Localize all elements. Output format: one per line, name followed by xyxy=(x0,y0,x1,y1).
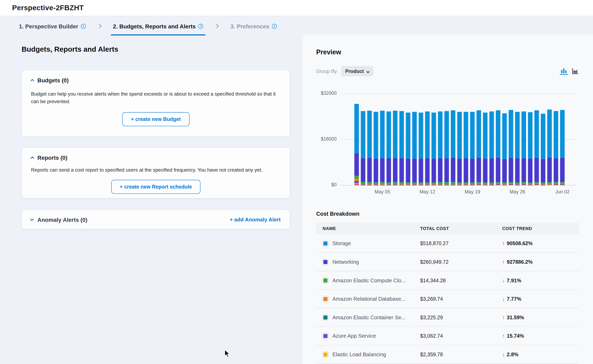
table-row[interactable]: Networking$260,949.72↑927886.2% xyxy=(316,253,579,271)
chart-bar-jun-01[interactable] xyxy=(554,94,559,185)
bar-segment-amazon-elastic-compute-cloud xyxy=(496,182,500,184)
bar-segment-amazon-elastic-compute-cloud xyxy=(386,182,391,184)
row-name[interactable]: Networking xyxy=(333,259,420,265)
chevron-right-icon xyxy=(215,24,219,28)
row-name[interactable]: Storage xyxy=(333,240,420,246)
info-icon[interactable]: i xyxy=(272,24,277,29)
chart-bar-may-17[interactable] xyxy=(457,94,462,185)
bar-segment-networking xyxy=(496,158,500,182)
chart-bar-may-04[interactable] xyxy=(373,94,378,185)
chart-bar-may-16[interactable] xyxy=(451,94,456,185)
table-row[interactable]: Storage$518,870.27↑90508.62% xyxy=(316,234,579,253)
bar-segment-other xyxy=(521,185,526,185)
row-name[interactable]: Amazon Elastic Compute Clo... xyxy=(333,277,420,284)
table-header: NAME TOTAL COST COST TREND xyxy=(316,222,579,234)
chart-bar-may-13[interactable] xyxy=(432,94,436,185)
table-row[interactable]: Amazon Elastic Container Se...$3,225.29↑… xyxy=(316,308,579,327)
anomaly-card-header[interactable]: Anomaly Alerts (0) xyxy=(31,216,87,223)
area-chart-toggle[interactable] xyxy=(571,67,580,75)
x-axis-tick xyxy=(472,185,473,187)
bar-segment-storage xyxy=(541,114,546,159)
bar-segment-other xyxy=(457,185,462,185)
legend-swatch xyxy=(323,277,328,283)
chart-bar-may-14[interactable] xyxy=(438,94,443,185)
table-row[interactable]: Elastic Load Balancing$2,359.78↓2.8% xyxy=(316,345,579,364)
bar-segment-other xyxy=(483,185,488,185)
chart-bar-may-31[interactable] xyxy=(547,94,552,185)
bar-segment-amazon-elastic-compute-cloud xyxy=(547,182,552,184)
tab-budgets-reports-alerts[interactable]: 2. Budgets, Reports and Alerts i xyxy=(111,16,206,36)
chart-bar-may-21[interactable] xyxy=(483,94,488,185)
chart-bar-may-27[interactable] xyxy=(521,94,526,185)
chart-bar-may-07[interactable] xyxy=(393,94,398,185)
chart-bar-may-09[interactable] xyxy=(406,94,411,185)
budgets-title: Budgets (0) xyxy=(37,77,69,83)
bar-segment-networking xyxy=(521,158,526,182)
budgets-card-header[interactable]: Budgets (0) xyxy=(31,77,281,83)
chevron-down-icon xyxy=(30,217,33,221)
chart-bar-may-23[interactable] xyxy=(496,94,500,185)
bar-segment-amazon-elastic-compute-cloud xyxy=(412,182,417,184)
row-cost-trend: ↑90508.62% xyxy=(502,240,579,246)
add-anomaly-alert-link[interactable]: + add Anomaly Alert xyxy=(230,216,280,223)
chart-bar-may-15[interactable] xyxy=(444,94,449,185)
bar-segment-networking xyxy=(476,158,481,182)
bar-segment-amazon-elastic-compute-cloud xyxy=(354,176,359,179)
bar-segment-storage xyxy=(457,112,462,159)
chart-bar-may-12[interactable] xyxy=(425,94,430,185)
chart-bar-may-25[interactable] xyxy=(509,94,513,185)
chart-bar-may-29[interactable] xyxy=(534,94,539,185)
chart-bar-may-24[interactable] xyxy=(502,94,507,185)
chart-bar-may-02[interactable] xyxy=(361,94,365,185)
anomaly-title: Anomaly Alerts (0) xyxy=(37,216,87,223)
row-name[interactable]: Amazon Elastic Container Se... xyxy=(333,314,420,320)
table-row[interactable]: Amazon Relational Database...$3,269.74↓7… xyxy=(316,290,579,308)
chart-bar-may-22[interactable] xyxy=(489,94,494,185)
chart-bar-may-03[interactable] xyxy=(367,94,372,185)
chart-bar-may-18[interactable] xyxy=(464,94,468,185)
bar-segment-other xyxy=(367,185,372,185)
bar-segment-other xyxy=(386,185,391,185)
tab-preferences[interactable]: 3. Preferences i xyxy=(228,16,279,36)
bar-segment-networking xyxy=(554,158,559,182)
row-name[interactable]: Amazon Relational Database... xyxy=(333,296,420,302)
chart-bar-may-05[interactable] xyxy=(380,94,385,185)
bar-segment-other xyxy=(444,185,449,185)
chart-bar-may-08[interactable] xyxy=(399,94,404,185)
chart-bar-may-30[interactable] xyxy=(541,94,546,185)
group-by-dropdown[interactable]: Product xyxy=(341,66,373,76)
bar-chart-toggle[interactable] xyxy=(560,67,568,75)
bar-segment-other xyxy=(412,185,417,185)
trend-down-arrow-icon: ↓ xyxy=(502,296,505,302)
table-row[interactable]: Amazon Elastic Compute Clo...$14,344.28↓… xyxy=(316,271,579,290)
bar-chart-icon xyxy=(561,68,567,73)
info-icon[interactable]: i xyxy=(198,24,203,29)
chart-bar-may-11[interactable] xyxy=(419,94,423,185)
chart-bar-may-20[interactable] xyxy=(476,94,481,185)
chart-bar-may-26[interactable] xyxy=(515,94,520,185)
info-icon[interactable]: i xyxy=(81,24,86,29)
reports-card-header[interactable]: Reports (0) xyxy=(31,154,281,161)
tab-perspective-builder[interactable]: 1. Perspective Builder i xyxy=(17,16,88,36)
trend-percent: 15.74% xyxy=(507,333,524,339)
row-name[interactable]: Azure App Service xyxy=(333,333,420,339)
table-row[interactable]: Azure App Service$3,062.74↑15.74% xyxy=(316,327,579,345)
bar-segment-storage xyxy=(393,110,398,158)
trend-down-arrow-icon: ↓ xyxy=(502,277,505,284)
bar-segment-networking xyxy=(361,158,365,182)
app-header: Perspective-2FBZHT xyxy=(0,0,593,16)
bar-segment-storage xyxy=(419,113,423,159)
chart-bar-jun-02[interactable] xyxy=(560,94,565,185)
chart-bar-may-19[interactable] xyxy=(470,94,475,185)
row-name[interactable]: Elastic Load Balancing xyxy=(333,351,420,358)
chart-bar-may-10[interactable] xyxy=(412,94,417,185)
bar-segment-other xyxy=(399,185,404,185)
chart-bar-may-28[interactable] xyxy=(528,94,533,185)
chart-bar-may-06[interactable] xyxy=(386,94,391,185)
bar-segment-amazon-elastic-compute-cloud xyxy=(489,182,494,184)
bar-segment-storage xyxy=(534,110,539,158)
trend-down-arrow-icon: ↓ xyxy=(502,351,505,358)
create-budget-button[interactable]: + create new Budget xyxy=(122,112,190,126)
chart-bar-may-01[interactable] xyxy=(354,94,359,185)
create-report-schedule-button[interactable]: + create new Report schedule xyxy=(111,180,200,194)
